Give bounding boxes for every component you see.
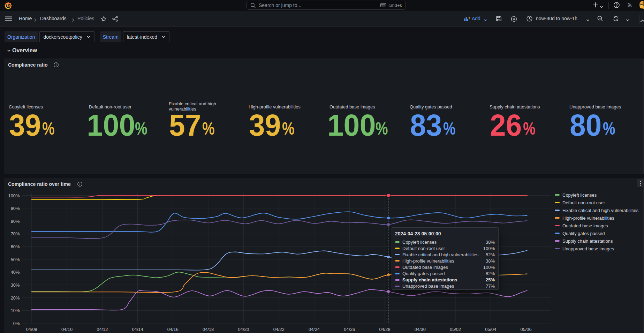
svg-text:10%: 10% bbox=[11, 308, 20, 313]
svg-text:04/24: 04/24 bbox=[309, 327, 320, 332]
svg-text:04/30: 04/30 bbox=[415, 327, 426, 332]
svg-text:30%: 30% bbox=[11, 282, 20, 288]
svg-text:04/14: 04/14 bbox=[132, 327, 143, 332]
svg-text:80%: 80% bbox=[11, 219, 20, 224]
svg-text:20%: 20% bbox=[11, 295, 20, 301]
svg-text:70%: 70% bbox=[11, 231, 20, 236]
svg-text:04/28: 04/28 bbox=[379, 327, 390, 332]
svg-text:04/18: 04/18 bbox=[203, 327, 214, 332]
svg-text:04/26: 04/26 bbox=[344, 327, 355, 332]
svg-text:90%: 90% bbox=[11, 206, 20, 211]
svg-text:05/06: 05/06 bbox=[521, 327, 532, 332]
svg-text:05/02: 05/02 bbox=[450, 327, 461, 332]
svg-text:40%: 40% bbox=[11, 270, 20, 275]
svg-text:60%: 60% bbox=[11, 244, 20, 249]
svg-text:04/08: 04/08 bbox=[26, 327, 37, 332]
svg-text:50%: 50% bbox=[11, 257, 20, 262]
svg-text:04/16: 04/16 bbox=[167, 327, 179, 332]
svg-text:0%: 0% bbox=[13, 321, 20, 326]
svg-text:04/10: 04/10 bbox=[61, 327, 73, 332]
svg-text:05/04: 05/04 bbox=[485, 327, 496, 332]
svg-text:04/20: 04/20 bbox=[238, 327, 249, 332]
svg-text:04/22: 04/22 bbox=[273, 327, 285, 332]
svg-text:04/12: 04/12 bbox=[97, 327, 108, 332]
svg-text:100%: 100% bbox=[8, 193, 20, 198]
